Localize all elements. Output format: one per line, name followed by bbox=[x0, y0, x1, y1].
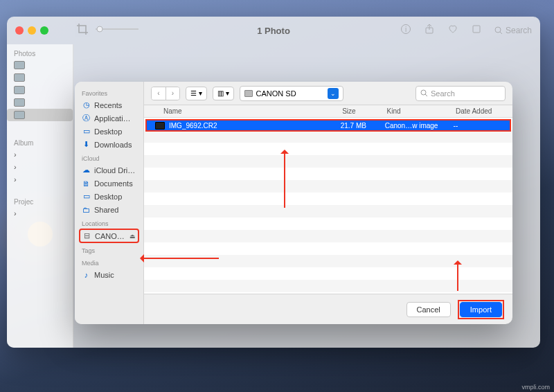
col-date-added[interactable]: Date Added bbox=[456, 107, 512, 115]
search-placeholder: Search bbox=[431, 89, 455, 98]
sidebar-tags-header: Tags bbox=[79, 243, 139, 256]
sidebar-item-icloud-drive[interactable]: ☁iCloud Dri… bbox=[79, 163, 139, 177]
sdcard-icon bbox=[244, 90, 253, 97]
favorite-icon[interactable] bbox=[447, 24, 458, 37]
apps-icon: Ⓐ bbox=[82, 114, 91, 123]
svg-line-7 bbox=[500, 32, 502, 34]
import-button[interactable]: Import bbox=[460, 302, 502, 317]
sidebar-album-row[interactable]: › bbox=[7, 148, 73, 161]
photos-sidebar: Photos Album › › › Projec › bbox=[7, 44, 73, 348]
sidebar-item-applications[interactable]: ⒶApplicati… bbox=[79, 112, 139, 125]
svg-text:i: i bbox=[405, 26, 406, 33]
open-panel-toolbar: ‹ › ☰ ▾ ▥ ▾ CANON SD ⌄ Search bbox=[144, 82, 512, 105]
file-name: IMG_9692.CR2 bbox=[169, 122, 217, 130]
toolbar-search-label: Search bbox=[506, 26, 532, 35]
table-header: Name Size Kind Date Added bbox=[144, 105, 512, 118]
open-panel-footer: Cancel Import bbox=[144, 294, 512, 324]
drive-icon: ⊟ bbox=[82, 231, 91, 240]
nav-forward-button[interactable]: › bbox=[166, 87, 179, 100]
nav-back-forward: ‹ › bbox=[151, 87, 180, 100]
sidebar-section-projects[interactable]: Projec bbox=[7, 193, 73, 207]
file-thumb-icon bbox=[155, 122, 165, 130]
sidebar-thumb[interactable] bbox=[7, 59, 73, 71]
location-label: CANON SD bbox=[256, 89, 296, 98]
desktop: 1 Photo i Search Photos Album › › bbox=[0, 0, 554, 392]
sidebar-favorites-header: Favorites bbox=[79, 86, 139, 98]
search-icon bbox=[420, 89, 428, 97]
rotate-icon[interactable] bbox=[471, 24, 482, 37]
shared-icon: 🗀 bbox=[82, 205, 91, 214]
sidebar-item-music[interactable]: ♪Music bbox=[79, 268, 139, 281]
sidebar-icloud-header: iCloud bbox=[79, 151, 139, 163]
downloads-icon: ⬇ bbox=[82, 140, 91, 149]
svg-line-9 bbox=[425, 94, 427, 96]
location-popup[interactable]: CANON SD ⌄ bbox=[240, 86, 343, 101]
file-kind: Canon…w image bbox=[385, 122, 454, 130]
view-mode-list[interactable]: ☰ ▾ bbox=[186, 87, 207, 100]
sidebar-item-recents[interactable]: ◷Recents bbox=[79, 98, 139, 112]
watermark: vmpli.com bbox=[521, 384, 550, 391]
file-size: 21.7 MB bbox=[341, 122, 385, 130]
clock-icon: ◷ bbox=[82, 100, 91, 109]
window-titlebar: 1 Photo i Search bbox=[7, 17, 540, 44]
open-panel-search[interactable]: Search bbox=[416, 86, 506, 101]
cloud-icon: ☁ bbox=[82, 166, 91, 175]
sidebar-thumb[interactable] bbox=[7, 71, 73, 84]
desktop-icon: ▭ bbox=[82, 127, 91, 136]
annotation-arrow bbox=[143, 258, 219, 259]
col-name[interactable]: Name bbox=[144, 107, 342, 115]
svg-rect-5 bbox=[473, 26, 480, 33]
file-date: -- bbox=[454, 122, 510, 130]
sidebar-thumb[interactable] bbox=[7, 96, 73, 109]
col-size[interactable]: Size bbox=[342, 107, 386, 115]
desktop-icon: ▭ bbox=[82, 192, 91, 201]
import-highlight: Import bbox=[458, 300, 504, 319]
col-kind[interactable]: Kind bbox=[387, 107, 456, 115]
toolbar-search[interactable]: Search bbox=[494, 26, 532, 35]
view-mode-grouping[interactable]: ▥ ▾ bbox=[213, 87, 234, 100]
sidebar-item-desktop-cloud[interactable]: ▭Desktop bbox=[79, 190, 139, 203]
music-icon: ♪ bbox=[82, 270, 91, 279]
sidebar-item-canon-sd[interactable]: ⊟ CANO… ⏏ bbox=[79, 229, 139, 243]
import-sheet: Favorites ◷Recents ⒶApplicati… ▭Desktop … bbox=[75, 82, 512, 324]
table-row[interactable]: IMG_9692.CR2 21.7 MB Canon…w image -- bbox=[145, 119, 511, 132]
eject-icon[interactable]: ⏏ bbox=[129, 233, 136, 240]
documents-icon: 🗎 bbox=[82, 179, 91, 188]
sidebar-thumb[interactable] bbox=[7, 84, 73, 96]
sidebar-media-header: Media bbox=[79, 256, 139, 268]
nav-back-button[interactable]: ‹ bbox=[152, 87, 166, 100]
info-icon[interactable]: i bbox=[400, 24, 411, 37]
annotation-arrow bbox=[457, 263, 458, 291]
share-icon[interactable] bbox=[424, 24, 435, 37]
chevron-updown-icon: ⌄ bbox=[328, 88, 339, 99]
open-panel-sidebar: Favorites ◷Recents ⒶApplicati… ▭Desktop … bbox=[75, 82, 144, 324]
sidebar-item-documents[interactable]: 🗎Documents bbox=[79, 177, 139, 190]
svg-point-8 bbox=[421, 90, 426, 95]
sidebar-section-albums[interactable]: Album bbox=[7, 134, 73, 148]
sidebar-locations-header: Locations bbox=[79, 216, 139, 229]
cancel-button[interactable]: Cancel bbox=[406, 302, 451, 317]
annotation-arrow bbox=[284, 152, 285, 208]
sidebar-project-row[interactable]: › bbox=[7, 207, 73, 220]
sidebar-thumb-selected[interactable] bbox=[7, 109, 73, 121]
sidebar-item-shared[interactable]: 🗀Shared bbox=[79, 203, 139, 216]
sidebar-item-downloads[interactable]: ⬇Downloads bbox=[79, 138, 139, 151]
svg-point-6 bbox=[495, 27, 501, 33]
sidebar-section-photos: Photos bbox=[7, 44, 73, 59]
sidebar-item-desktop[interactable]: ▭Desktop bbox=[79, 125, 139, 138]
sidebar-album-row[interactable]: › bbox=[7, 161, 73, 173]
sidebar-album-row[interactable]: › bbox=[7, 173, 73, 186]
